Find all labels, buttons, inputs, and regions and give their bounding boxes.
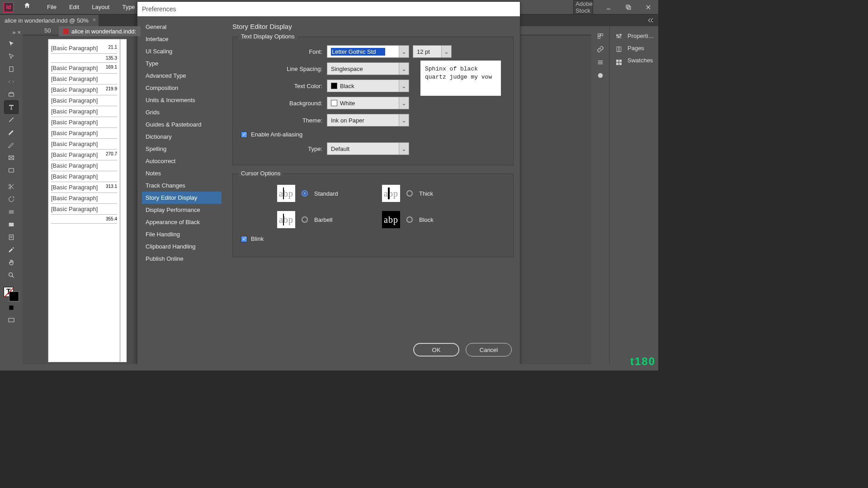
dock-expand-icon[interactable]: » [12,29,15,36]
radio-icon[interactable] [302,216,308,223]
menu-layout[interactable]: Layout [85,0,116,14]
pref-nav-type[interactable]: Type [142,57,222,70]
pref-nav-composition[interactable]: Composition [142,82,222,94]
menu-panel-icon[interactable] [597,59,604,67]
story-editor-row[interactable]: [Basic Paragraph] [51,128,117,139]
background-select[interactable]: White ⌄ [327,97,409,109]
font-size-select[interactable]: 12 pt ⌄ [413,45,452,58]
radio-icon[interactable] [406,216,413,223]
story-editor-row[interactable]: [Basic Paragraph] [51,95,117,106]
pref-nav-units-increments[interactable]: Units & Increments [142,94,222,106]
ok-button[interactable]: OK [413,343,459,357]
cursor-option-thick[interactable]: abp Thick [382,185,478,202]
pages-icon[interactable] [615,46,623,54]
document-tab[interactable]: alice in wonderland.indd @ 50% × [0,15,99,26]
color-panel-icon[interactable] [597,72,604,80]
window-maximize-icon[interactable] [618,0,638,14]
panel-properties-label[interactable]: Properti… [627,33,658,39]
story-editor-tab[interactable]: alice in wonderland.indd: [59,26,141,36]
pref-nav-notes[interactable]: Notes [142,167,222,179]
panel-pages-label[interactable]: Pages [627,45,658,52]
pref-nav-general[interactable]: General [142,21,222,33]
anti-aliasing-checkbox[interactable]: ✓ Enable Anti-aliasing [241,131,505,138]
story-editor-row[interactable]: [Basic Paragraph] [51,74,117,84]
type-tool-icon[interactable] [5,101,18,113]
story-editor-row[interactable]: [Basic Paragraph]313.1 [51,182,117,193]
story-editor-row[interactable]: [Basic Paragraph] [51,160,117,171]
aa-type-select[interactable]: Default ⌄ [327,142,409,155]
menu-file[interactable]: File [41,0,63,14]
close-tab-icon[interactable]: × [93,17,96,23]
properties-icon[interactable] [615,33,623,41]
note-tool-icon[interactable] [5,231,18,244]
cancel-button[interactable]: Cancel [466,343,512,357]
panel-swatches-label[interactable]: Swatches [627,57,658,64]
selection-tool-icon[interactable] [5,38,18,50]
content-collector-tool-icon[interactable] [5,88,18,101]
pref-nav-autocorrect[interactable]: Autocorrect [142,155,222,167]
cursor-option-barbell[interactable]: abp Barbell [277,211,373,228]
chevron-down-icon[interactable]: ⌄ [399,63,409,75]
text-color-select[interactable]: Black ⌄ [327,80,409,92]
cursor-option-standard[interactable]: abp Standard [277,185,373,202]
swatches-icon[interactable] [615,59,623,67]
gradient-swatch-tool-icon[interactable] [5,206,18,218]
home-icon[interactable] [24,2,34,13]
cursor-option-block[interactable]: abp Block [382,211,478,228]
gradient-feather-tool-icon[interactable] [5,218,18,231]
story-editor-column[interactable]: [Basic Paragraph]21.1135.3[Basic Paragra… [48,39,120,362]
apply-color-icon[interactable] [5,301,18,314]
story-editor-row[interactable]: 355.4 [51,215,117,224]
properties-panel-icon[interactable] [597,33,604,41]
story-editor-row[interactable]: [Basic Paragraph]270.7 [51,150,117,160]
fill-stroke-swatch[interactable]: T [4,287,19,301]
story-editor-row[interactable]: [Basic Paragraph]21.1 [51,43,117,54]
rectangle-tool-icon[interactable] [5,164,18,177]
pref-nav-clipboard-handling[interactable]: Clipboard Handling [142,240,222,253]
scissors-tool-icon[interactable] [5,180,18,193]
story-editor-row[interactable]: [Basic Paragraph]169.1 [51,63,117,74]
eyedropper-tool-icon[interactable] [5,244,18,256]
links-panel-icon[interactable] [597,46,604,54]
pref-nav-story-editor-display[interactable]: Story Editor Display [142,192,222,204]
chevron-down-icon[interactable]: ⌄ [399,114,409,126]
pref-nav-publish-online[interactable]: Publish Online [142,253,222,265]
screen-mode-icon[interactable] [5,314,18,327]
chevron-down-icon[interactable]: ⌄ [399,80,409,92]
pref-nav-advanced-type[interactable]: Advanced Type [142,70,222,82]
story-editor-text-column[interactable] [120,39,127,362]
chevron-down-icon[interactable]: ⌄ [399,97,409,109]
stock-search[interactable]: Adobe Stock [573,0,593,14]
radio-icon[interactable] [406,190,413,197]
chevron-down-icon[interactable]: ⌄ [441,46,451,57]
story-editor-row[interactable]: [Basic Paragraph] [51,193,117,204]
panel-collapse-icon[interactable] [644,14,658,26]
pref-nav-dictionary[interactable]: Dictionary [142,131,222,143]
window-minimize-icon[interactable] [599,0,618,14]
pref-nav-guides-pasteboard[interactable]: Guides & Pasteboard [142,118,222,131]
chevron-down-icon[interactable]: ⌄ [399,143,409,155]
chevron-down-icon[interactable]: ⌄ [399,46,409,57]
rectangle-frame-tool-icon[interactable] [5,151,18,164]
pencil-tool-icon[interactable] [5,139,18,151]
pref-nav-file-handling[interactable]: File Handling [142,228,222,240]
pref-nav-ui-scaling[interactable]: UI Scaling [142,45,222,57]
story-editor-row[interactable]: 135.3 [51,54,117,63]
window-close-icon[interactable] [638,0,658,14]
story-editor-row[interactable]: [Basic Paragraph] [51,117,117,128]
story-editor-row[interactable]: [Basic Paragraph]219.9 [51,84,117,95]
direct-selection-tool-icon[interactable] [5,50,18,63]
font-input[interactable] [331,48,385,56]
blink-checkbox[interactable]: ✓ Blink [241,235,505,242]
pref-nav-track-changes[interactable]: Track Changes [142,179,222,192]
story-editor-row[interactable]: [Basic Paragraph] [51,204,117,215]
dock-close-icon[interactable]: × [17,29,21,36]
free-transform-tool-icon[interactable] [5,193,18,206]
pref-nav-display-performance[interactable]: Display Performance [142,204,222,216]
zoom-tool-icon[interactable] [5,269,18,282]
pref-nav-appearance-of-black[interactable]: Appearance of Black [142,216,222,228]
gap-tool-icon[interactable] [5,75,18,88]
story-editor-row[interactable]: [Basic Paragraph] [51,139,117,150]
line-tool-icon[interactable] [5,113,18,126]
story-editor-row[interactable]: [Basic Paragraph] [51,171,117,182]
